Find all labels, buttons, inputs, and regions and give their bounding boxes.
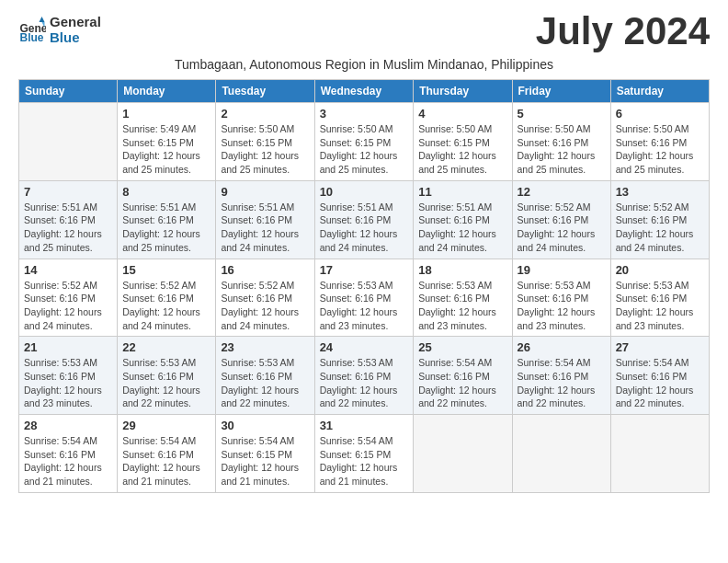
weekday-header-wednesday: Wednesday: [314, 80, 414, 103]
calendar-week-3: 14Sunrise: 5:52 AMSunset: 6:16 PMDayligh…: [19, 259, 710, 337]
calendar-cell: 1Sunrise: 5:49 AMSunset: 6:15 PMDaylight…: [118, 103, 216, 181]
day-info: Sunrise: 5:54 AMSunset: 6:16 PMDaylight:…: [122, 434, 210, 488]
day-number: 1: [122, 107, 210, 121]
day-info: Sunrise: 5:54 AMSunset: 6:16 PMDaylight:…: [24, 434, 112, 488]
day-info: Sunrise: 5:50 AMSunset: 6:15 PMDaylight:…: [418, 122, 506, 177]
calendar-cell: 19Sunrise: 5:53 AMSunset: 6:16 PMDayligh…: [512, 259, 610, 337]
day-number: 6: [616, 107, 704, 121]
calendar-cell: 12Sunrise: 5:52 AMSunset: 6:16 PMDayligh…: [512, 180, 610, 259]
calendar-cell: [19, 103, 118, 181]
day-info: Sunrise: 5:53 AMSunset: 6:16 PMDaylight:…: [418, 279, 506, 333]
day-number: 14: [24, 263, 112, 277]
day-info: Sunrise: 5:51 AMSunset: 6:16 PMDaylight:…: [122, 201, 210, 255]
calendar-cell: 18Sunrise: 5:53 AMSunset: 6:16 PMDayligh…: [414, 259, 512, 337]
day-number: 24: [320, 340, 409, 354]
day-number: 31: [320, 419, 409, 432]
day-info: Sunrise: 5:52 AMSunset: 6:16 PMDaylight:…: [24, 279, 112, 333]
calendar-cell: 3Sunrise: 5:50 AMSunset: 6:15 PMDaylight…: [314, 103, 414, 181]
day-info: Sunrise: 5:53 AMSunset: 6:16 PMDaylight:…: [320, 356, 409, 410]
day-number: 19: [518, 263, 606, 277]
day-number: 10: [320, 185, 409, 199]
day-number: 12: [518, 185, 606, 199]
day-info: Sunrise: 5:54 AMSunset: 6:16 PMDaylight:…: [616, 356, 704, 410]
calendar-cell: 29Sunrise: 5:54 AMSunset: 6:16 PMDayligh…: [118, 415, 216, 493]
day-number: 22: [122, 340, 210, 354]
page-header: General Blue General Blue July 2024: [18, 9, 710, 53]
day-number: 30: [221, 419, 309, 432]
calendar-cell: 16Sunrise: 5:52 AMSunset: 6:16 PMDayligh…: [216, 259, 314, 337]
calendar-cell: 15Sunrise: 5:52 AMSunset: 6:16 PMDayligh…: [118, 259, 216, 337]
day-number: 3: [320, 107, 409, 121]
weekday-header-sunday: Sunday: [19, 80, 118, 103]
svg-marker-2: [40, 17, 45, 22]
calendar-week-5: 28Sunrise: 5:54 AMSunset: 6:16 PMDayligh…: [19, 415, 710, 493]
calendar-cell: 10Sunrise: 5:51 AMSunset: 6:16 PMDayligh…: [314, 180, 414, 259]
day-number: 27: [616, 340, 704, 354]
calendar-cell: 21Sunrise: 5:53 AMSunset: 6:16 PMDayligh…: [19, 337, 118, 415]
day-info: Sunrise: 5:53 AMSunset: 6:16 PMDaylight:…: [320, 279, 409, 333]
weekday-header-monday: Monday: [118, 80, 216, 103]
svg-text:Blue: Blue: [20, 31, 44, 44]
calendar-cell: 2Sunrise: 5:50 AMSunset: 6:15 PMDaylight…: [216, 103, 314, 181]
day-number: 5: [518, 107, 606, 121]
calendar-cell: 11Sunrise: 5:51 AMSunset: 6:16 PMDayligh…: [414, 180, 512, 259]
day-info: Sunrise: 5:53 AMSunset: 6:16 PMDaylight:…: [24, 356, 112, 410]
calendar-cell: 17Sunrise: 5:53 AMSunset: 6:16 PMDayligh…: [314, 259, 414, 337]
calendar-cell: 31Sunrise: 5:54 AMSunset: 6:15 PMDayligh…: [314, 415, 414, 493]
calendar-week-1: 1Sunrise: 5:49 AMSunset: 6:15 PMDaylight…: [19, 103, 710, 181]
calendar-cell: 26Sunrise: 5:54 AMSunset: 6:16 PMDayligh…: [512, 337, 610, 415]
day-info: Sunrise: 5:53 AMSunset: 6:16 PMDaylight:…: [221, 356, 309, 410]
day-info: Sunrise: 5:53 AMSunset: 6:16 PMDaylight:…: [616, 279, 704, 333]
calendar-cell: [414, 415, 512, 493]
day-number: 18: [418, 263, 506, 277]
day-number: 21: [24, 340, 112, 354]
calendar-cell: 6Sunrise: 5:50 AMSunset: 6:16 PMDaylight…: [610, 103, 709, 181]
weekday-header-thursday: Thursday: [414, 80, 512, 103]
logo-icon: General Blue: [18, 17, 46, 44]
calendar-cell: 13Sunrise: 5:52 AMSunset: 6:16 PMDayligh…: [610, 180, 709, 259]
weekday-header-friday: Friday: [512, 80, 610, 103]
calendar-cell: [610, 415, 709, 493]
logo: General Blue General Blue: [18, 15, 101, 45]
logo-text: General Blue: [50, 15, 101, 45]
calendar-cell: 7Sunrise: 5:51 AMSunset: 6:16 PMDaylight…: [19, 180, 118, 259]
day-number: 11: [418, 185, 506, 199]
day-number: 13: [616, 185, 704, 199]
day-info: Sunrise: 5:50 AMSunset: 6:16 PMDaylight:…: [616, 122, 704, 177]
day-info: Sunrise: 5:50 AMSunset: 6:16 PMDaylight:…: [518, 122, 606, 177]
calendar-cell: 22Sunrise: 5:53 AMSunset: 6:16 PMDayligh…: [118, 337, 216, 415]
day-number: 2: [221, 107, 309, 121]
calendar-cell: 23Sunrise: 5:53 AMSunset: 6:16 PMDayligh…: [216, 337, 314, 415]
day-number: 29: [122, 419, 210, 432]
calendar-cell: 8Sunrise: 5:51 AMSunset: 6:16 PMDaylight…: [118, 180, 216, 259]
calendar-cell: 5Sunrise: 5:50 AMSunset: 6:16 PMDaylight…: [512, 103, 610, 181]
calendar-cell: [512, 415, 610, 493]
day-info: Sunrise: 5:53 AMSunset: 6:16 PMDaylight:…: [518, 279, 606, 333]
calendar-cell: 20Sunrise: 5:53 AMSunset: 6:16 PMDayligh…: [610, 259, 709, 337]
calendar-cell: 28Sunrise: 5:54 AMSunset: 6:16 PMDayligh…: [19, 415, 118, 493]
weekday-header-saturday: Saturday: [610, 80, 709, 103]
day-info: Sunrise: 5:50 AMSunset: 6:15 PMDaylight:…: [320, 122, 409, 177]
day-number: 17: [320, 263, 409, 277]
weekday-header-tuesday: Tuesday: [216, 80, 314, 103]
weekday-header-row: SundayMondayTuesdayWednesdayThursdayFrid…: [19, 80, 710, 103]
day-info: Sunrise: 5:53 AMSunset: 6:16 PMDaylight:…: [122, 356, 210, 410]
day-info: Sunrise: 5:52 AMSunset: 6:16 PMDaylight:…: [518, 201, 606, 255]
day-info: Sunrise: 5:54 AMSunset: 6:16 PMDaylight:…: [518, 356, 606, 410]
calendar-cell: 30Sunrise: 5:54 AMSunset: 6:15 PMDayligh…: [216, 415, 314, 493]
day-number: 15: [122, 263, 210, 277]
calendar-cell: 27Sunrise: 5:54 AMSunset: 6:16 PMDayligh…: [610, 337, 709, 415]
day-info: Sunrise: 5:49 AMSunset: 6:15 PMDaylight:…: [122, 122, 210, 177]
day-number: 25: [418, 340, 506, 354]
day-number: 16: [221, 263, 309, 277]
day-info: Sunrise: 5:54 AMSunset: 6:16 PMDaylight:…: [418, 356, 506, 410]
day-number: 23: [221, 340, 309, 354]
day-info: Sunrise: 5:52 AMSunset: 6:16 PMDaylight:…: [122, 279, 210, 333]
day-info: Sunrise: 5:51 AMSunset: 6:16 PMDaylight:…: [320, 201, 409, 255]
day-info: Sunrise: 5:51 AMSunset: 6:16 PMDaylight:…: [221, 201, 309, 255]
calendar-cell: 25Sunrise: 5:54 AMSunset: 6:16 PMDayligh…: [414, 337, 512, 415]
calendar-cell: 9Sunrise: 5:51 AMSunset: 6:16 PMDaylight…: [216, 180, 314, 259]
day-info: Sunrise: 5:52 AMSunset: 6:16 PMDaylight:…: [616, 201, 704, 255]
calendar-table: SundayMondayTuesdayWednesdayThursdayFrid…: [18, 79, 710, 493]
calendar-week-2: 7Sunrise: 5:51 AMSunset: 6:16 PMDaylight…: [19, 180, 710, 259]
